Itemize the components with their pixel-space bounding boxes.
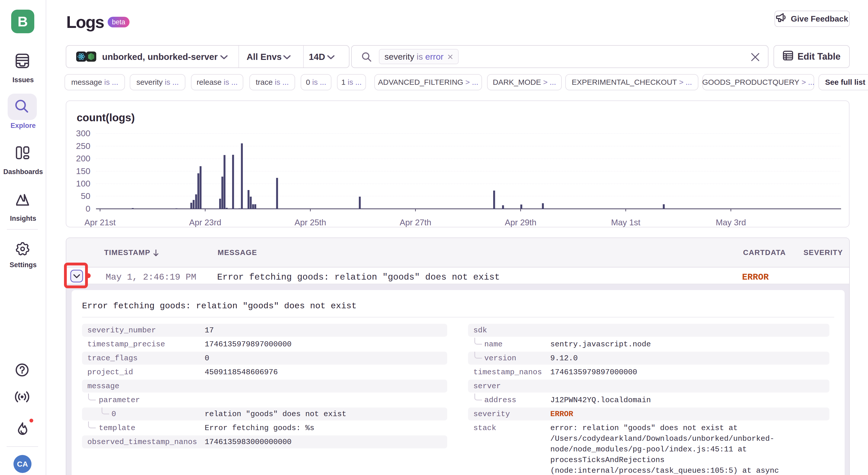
svg-text:100: 100 [76,179,90,188]
svg-text:150: 150 [76,166,90,176]
svg-text:0: 0 [86,204,90,213]
svg-text:May 1st: May 1st [611,218,641,227]
svg-text:Apr 27th: Apr 27th [400,218,431,227]
svg-text:50: 50 [81,191,90,201]
svg-text:Apr 25th: Apr 25th [294,218,326,227]
svg-text:Apr 21st: Apr 21st [85,218,116,227]
svg-text:Apr 23rd: Apr 23rd [189,218,221,227]
svg-text:May 3rd: May 3rd [716,218,746,227]
svg-text:250: 250 [76,141,90,151]
svg-text:Apr 29th: Apr 29th [505,218,536,227]
svg-text:300: 300 [76,128,90,138]
svg-text:200: 200 [76,154,90,163]
